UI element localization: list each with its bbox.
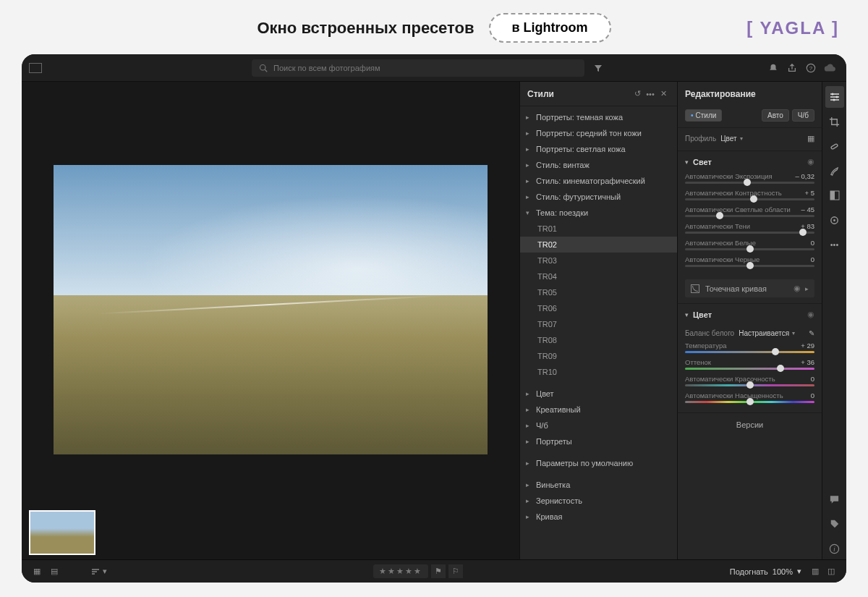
slider-Белые[interactable]: Автоматически Белые0 [685, 239, 814, 250]
preset-group[interactable]: ▸Портреты [520, 433, 677, 449]
eyedropper-icon[interactable]: ✎ [809, 329, 814, 337]
top-bar: Поиск по всем фотографиям ? [22, 54, 846, 82]
share-icon[interactable] [783, 63, 801, 73]
rating-stars[interactable]: ★★★★★ [373, 564, 428, 578]
slider-Экспозиция[interactable]: Автоматически Экспозиция– 0,32 [685, 172, 814, 184]
svg-point-4 [831, 93, 833, 96]
more-tools-icon[interactable]: ••• [825, 234, 844, 255]
sort-dropdown[interactable]: ▾ [91, 567, 107, 576]
more-icon[interactable]: ••• [644, 90, 657, 98]
edit-sliders-icon[interactable] [825, 86, 844, 108]
svg-point-5 [835, 96, 838, 98]
comment-icon[interactable] [825, 488, 844, 510]
search-input[interactable]: Поиск по всем фотографиям [252, 59, 584, 77]
filter-icon[interactable] [590, 64, 606, 72]
bell-icon[interactable] [764, 63, 783, 73]
healing-icon[interactable] [825, 135, 844, 157]
flag-pick-icon[interactable]: ⚑ [431, 564, 446, 578]
preset-group[interactable]: ▸Стиль: кинематографический [520, 173, 677, 189]
preset-group[interactable]: ▸Креативный [520, 402, 677, 418]
panel-toggle-icon[interactable] [29, 63, 42, 73]
grid-view-icon[interactable]: ▦ [29, 565, 45, 578]
compare-view-icon[interactable]: ▤ [46, 565, 62, 578]
preset-item[interactable]: TR04 [520, 268, 677, 284]
slider-Контрастность[interactable]: Автоматически Контрастность+ 5 [685, 189, 814, 200]
svg-line-1 [265, 69, 267, 72]
preset-group[interactable]: ▸Цвет [520, 386, 677, 402]
help-icon[interactable]: ? [801, 63, 820, 73]
preset-group[interactable]: ▸Портреты: средний тон кожи [520, 125, 677, 141]
presets-title: Стили [527, 89, 631, 99]
before-after-icon[interactable]: ◫ [823, 567, 839, 576]
wb-value: Настраивается [739, 329, 789, 337]
eye-icon[interactable]: ◉ [807, 310, 814, 319]
preset-group[interactable]: ▸Портреты: темная кожа [520, 109, 677, 125]
slider-Температура[interactable]: Температура+ 29 [685, 342, 814, 353]
slider-Светлые области[interactable]: Автоматически Светлые области– 45 [685, 206, 814, 217]
profile-grid-icon[interactable]: ▦ [807, 134, 814, 143]
section-color-head[interactable]: ▾ Цвет ◉ [678, 304, 822, 325]
preset-item[interactable]: TR07 [520, 316, 677, 332]
slider-Оттенок[interactable]: Оттенок+ 36 [685, 358, 814, 370]
main-area: Стили ↺ ••• ✕ ▸Портреты: темная кожа▸Пор… [22, 82, 846, 559]
profile-row[interactable]: Профиль Цвет ▾ ▦ [678, 127, 822, 151]
radial-gradient-icon[interactable] [825, 209, 844, 231]
eye-icon[interactable]: ◉ [807, 157, 814, 166]
chevron-down-icon: ▾ [685, 311, 689, 318]
preset-group[interactable]: ▸Виньетка [520, 477, 677, 493]
info-icon[interactable]: i [825, 538, 844, 559]
preset-item[interactable]: TR01 [520, 221, 677, 237]
versions-button[interactable]: Версии [678, 412, 822, 436]
search-placeholder: Поиск по всем фотографиям [273, 64, 380, 72]
single-view-icon[interactable] [64, 565, 80, 578]
brush-icon[interactable] [825, 160, 844, 182]
svg-point-0 [260, 64, 266, 70]
preset-item[interactable]: TR09 [520, 348, 677, 364]
slider-Черные[interactable]: Автоматически Черные0 [685, 255, 814, 267]
preset-item[interactable]: TR06 [520, 300, 677, 316]
linear-gradient-icon[interactable] [825, 185, 844, 206]
histogram-icon[interactable]: ▥ [807, 567, 823, 576]
flag-reject-icon[interactable]: ⚐ [448, 564, 463, 578]
svg-point-6 [833, 99, 835, 101]
preset-item[interactable]: TR08 [520, 332, 677, 348]
preset-group[interactable]: ▸Стиль: винтаж [520, 157, 677, 173]
chip-auto[interactable]: Авто [762, 109, 789, 122]
chip-styles[interactable]: Стили [685, 109, 722, 122]
curve-icon [691, 284, 699, 293]
preset-item[interactable]: TR02 [520, 237, 677, 253]
tag-icon[interactable] [825, 513, 844, 535]
undo-icon[interactable]: ↺ [631, 89, 644, 98]
preset-group[interactable]: ▸Стиль: футуристичный [520, 189, 677, 205]
preset-group[interactable]: ▸Ч/б [520, 418, 677, 433]
slider-Красочность[interactable]: Автоматически Красочность0 [685, 375, 814, 386]
light-sliders: Автоматически Экспозиция– 0,32Автоматиче… [678, 172, 822, 276]
thumbnail[interactable] [29, 510, 95, 555]
photo-canvas[interactable] [22, 82, 519, 501]
preset-group[interactable]: ▸Зернистость [520, 493, 677, 509]
presets-panel: Стили ↺ ••• ✕ ▸Портреты: темная кожа▸Пор… [519, 82, 677, 559]
close-icon[interactable]: ✕ [657, 89, 670, 98]
zoom-fit-dropdown[interactable]: Подогнать 100% ▾ [730, 567, 801, 576]
chip-bw[interactable]: Ч/б [792, 109, 814, 122]
preset-item[interactable]: TR10 [520, 364, 677, 380]
crop-icon[interactable] [825, 111, 844, 132]
point-curve-row[interactable]: Точечная кривая ◉ ▸ [685, 279, 814, 297]
wb-label: Баланс белого [685, 329, 734, 337]
slider-Насыщенность[interactable]: Автоматически Насыщенность0 [685, 391, 814, 403]
search-icon [259, 64, 268, 72]
preset-group[interactable]: ▸Портреты: светлая кожа [520, 141, 677, 157]
presets-list[interactable]: ▸Портреты: темная кожа▸Портреты: средний… [520, 106, 677, 559]
section-light-title: Свет [693, 158, 712, 166]
cloud-sync-icon[interactable] [820, 63, 839, 73]
svg-text:i: i [834, 545, 836, 552]
white-balance-row[interactable]: Баланс белого Настраивается ▾ ✎ [678, 325, 822, 342]
section-light-head[interactable]: ▾ Свет ◉ [678, 151, 822, 172]
preset-item[interactable]: TR03 [520, 253, 677, 268]
preset-group[interactable]: ▾Тема: поездки [520, 205, 677, 221]
preset-group[interactable]: ▸Параметры по умолчанию [520, 455, 677, 471]
preset-item[interactable]: TR05 [520, 284, 677, 300]
preset-group[interactable]: ▸Кривая [520, 509, 677, 525]
slider-Тени[interactable]: Автоматически Тени+ 83 [685, 222, 814, 234]
profile-label: Профиль [685, 135, 716, 143]
